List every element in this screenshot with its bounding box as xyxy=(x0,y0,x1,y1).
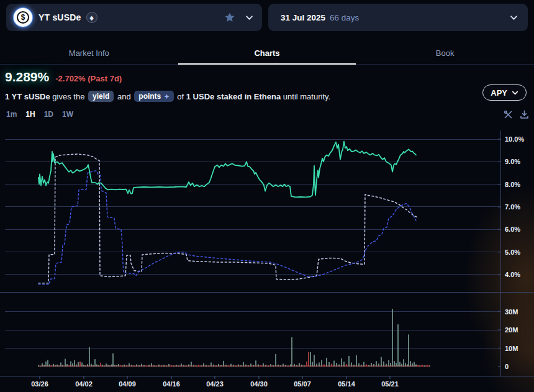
svg-text:04/23: 04/23 xyxy=(206,380,224,388)
chevron-down-icon xyxy=(512,89,518,96)
maturity-days-left: 66 days xyxy=(330,13,359,22)
apy-stats: 9.289% -2.702% (Past 7d) xyxy=(5,70,122,84)
token-name: YT sUSDe xyxy=(38,12,81,22)
svg-text:4.0%: 4.0% xyxy=(505,271,520,278)
timeframe-controls: 1m 1H 1D 1W xyxy=(6,110,73,119)
chevron-down-icon[interactable] xyxy=(510,14,518,22)
tab-market-info[interactable]: Market Info xyxy=(0,45,178,64)
market-description: 1 YT sUSDe gives the yield and points✦ o… xyxy=(5,91,330,102)
svg-text:10.0%: 10.0% xyxy=(505,135,524,143)
maturity-selector[interactable]: 31 Jul 2025 66 days xyxy=(268,4,528,31)
svg-text:04/16: 04/16 xyxy=(163,380,180,388)
svg-text:04/02: 04/02 xyxy=(75,380,93,388)
ethereum-network-icon: ◆ xyxy=(86,12,97,23)
svg-text:05/07: 05/07 xyxy=(294,380,311,388)
svg-text:04/09: 04/09 xyxy=(119,380,136,388)
svg-text:20M: 20M xyxy=(505,326,518,334)
svg-text:10M: 10M xyxy=(505,345,518,352)
chart-tools-icon[interactable] xyxy=(504,110,513,119)
svg-text:04/30: 04/30 xyxy=(250,380,268,388)
current-apy-value: 9.289% xyxy=(5,70,49,84)
svg-text:03/26: 03/26 xyxy=(31,380,48,388)
range-1d[interactable]: 1D xyxy=(44,110,53,119)
range-1w[interactable]: 1W xyxy=(62,110,73,119)
svg-text:0: 0 xyxy=(505,363,509,370)
apy-change-7d: -2.702% (Past 7d) xyxy=(55,74,122,83)
token-selector[interactable]: $ YT sUSDe ◆ xyxy=(6,4,262,31)
maturity-date: 31 Jul 2025 xyxy=(281,13,325,22)
range-1h[interactable]: 1H xyxy=(25,110,35,119)
svg-text:7.0%: 7.0% xyxy=(505,203,520,211)
svg-text:8.0%: 8.0% xyxy=(505,181,520,188)
apy-metric-dropdown[interactable]: APY xyxy=(482,84,527,101)
svg-text:05/14: 05/14 xyxy=(338,380,355,388)
chart-toolbar xyxy=(504,110,529,119)
svg-text:9.0%: 9.0% xyxy=(505,158,520,165)
chevron-down-icon[interactable] xyxy=(245,14,253,22)
apy-price-chart[interactable]: 10.0%9.0%8.0%7.0%6.0%5.0%4.0%30M20M10M00… xyxy=(0,124,534,392)
tab-book[interactable]: Book xyxy=(356,45,534,64)
favorite-star-icon[interactable] xyxy=(224,12,235,23)
svg-text:5.0%: 5.0% xyxy=(505,248,520,256)
section-tabs: Market Info Charts Book xyxy=(0,45,534,65)
svg-text:6.0%: 6.0% xyxy=(505,226,520,233)
range-1m[interactable]: 1m xyxy=(6,110,17,119)
market-header: $ YT sUSDe ◆ 31 Jul 2025 66 days xyxy=(6,4,528,31)
svg-text:30M: 30M xyxy=(505,308,518,316)
yt-market-page: $ YT sUSDe ◆ 31 Jul 2025 66 days Market … xyxy=(0,0,534,392)
download-icon[interactable] xyxy=(520,110,529,119)
svg-text:05/21: 05/21 xyxy=(381,380,399,388)
tab-charts[interactable]: Charts xyxy=(178,45,356,65)
susde-token-icon: $ xyxy=(14,8,32,27)
